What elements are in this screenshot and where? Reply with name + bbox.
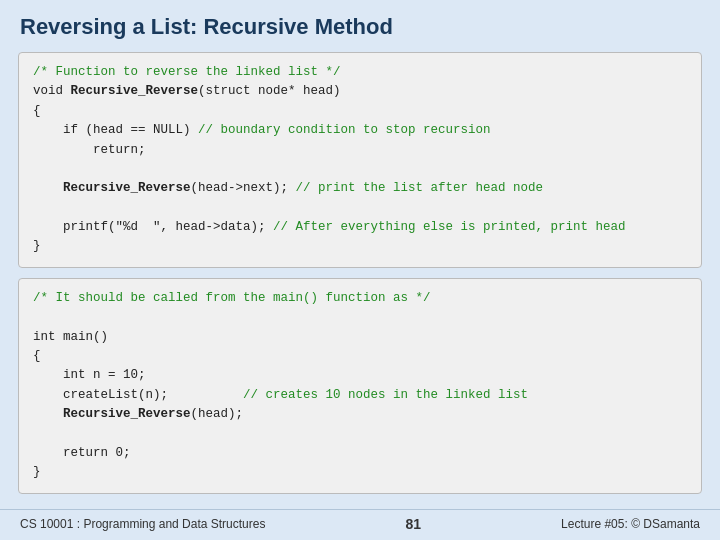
code-line: int n = 10; [33, 368, 146, 382]
code-block-2: /* It should be called from the main() f… [18, 278, 702, 494]
slide-header: Reversing a List: Recursive Method [0, 0, 720, 48]
comment-2: /* It should be called from the main() f… [33, 291, 431, 305]
code-line: printf("%d ", head->data); // After ever… [33, 220, 626, 234]
code-line: void Recursive_Reverse(struct node* head… [33, 84, 341, 98]
code-line: } [33, 239, 41, 253]
comment-1: /* Function to reverse the linked list *… [33, 65, 341, 79]
code-line: if (head == NULL) // boundary condition … [33, 123, 491, 137]
code-line: { [33, 104, 41, 118]
code-line: return 0; [33, 446, 131, 460]
code-line: Recursive_Reverse(head->next); // print … [33, 181, 543, 195]
slide: Reversing a List: Recursive Method /* Fu… [0, 0, 720, 540]
code-line: return; [33, 143, 146, 157]
footer-right: Lecture #05: © DSamanta [561, 517, 700, 531]
code-line: } [33, 465, 41, 479]
code-block-1: /* Function to reverse the linked list *… [18, 52, 702, 268]
code-line: createList(n); // creates 10 nodes in th… [33, 388, 528, 402]
footer-center: 81 [405, 516, 421, 532]
code-line: Recursive_Reverse(head); [33, 407, 243, 421]
footer-left: CS 10001 : Programming and Data Structur… [20, 517, 265, 531]
slide-title: Reversing a List: Recursive Method [20, 14, 700, 40]
slide-footer: CS 10001 : Programming and Data Structur… [0, 509, 720, 540]
slide-content: /* Function to reverse the linked list *… [0, 48, 720, 509]
code-line: { [33, 349, 41, 363]
code-line: int main() [33, 330, 108, 344]
